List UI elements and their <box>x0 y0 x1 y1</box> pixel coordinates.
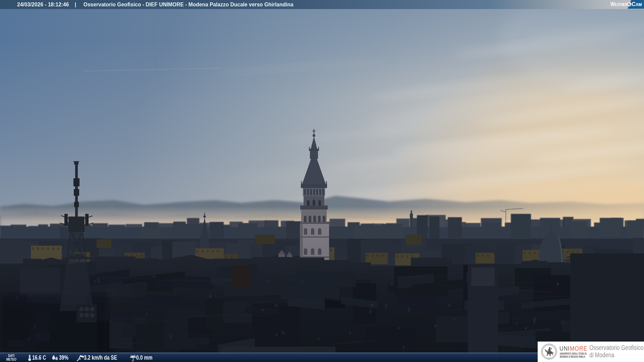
svg-text:1175: 1175 <box>548 357 550 359</box>
